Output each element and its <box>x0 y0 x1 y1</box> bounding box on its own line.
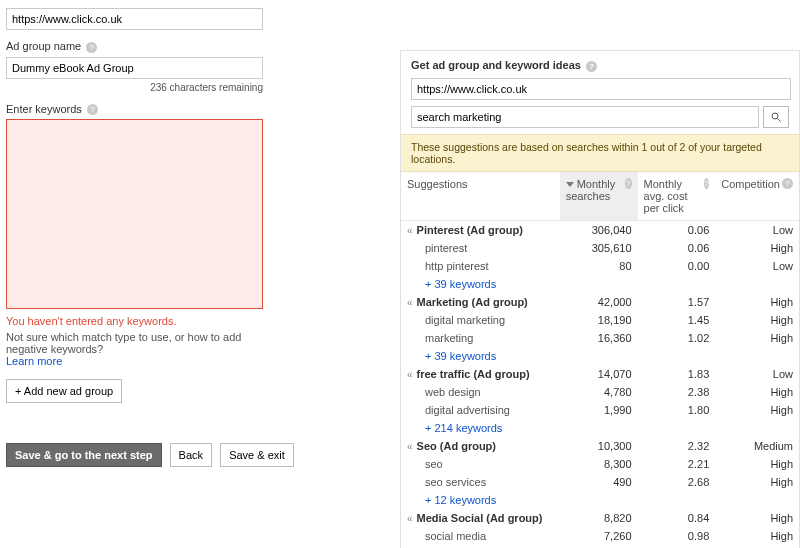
back-button[interactable]: Back <box>170 443 212 467</box>
col-monthly-label: Monthly searches <box>566 178 616 202</box>
keyword-row[interactable]: seo <box>407 458 443 470</box>
monthly-searches-value: 42,000 <box>560 293 638 311</box>
col-cost-per-click[interactable]: Monthly avg. cost per click? <box>638 172 716 221</box>
keyword-row[interactable]: social media <box>407 530 486 542</box>
monthly-searches-value: 80 <box>560 257 638 275</box>
suggestions-table: Suggestions Monthly searches? Monthly av… <box>401 172 799 548</box>
monthly-searches-value: 16,360 <box>560 329 638 347</box>
monthly-searches-value: 10,300 <box>560 437 638 455</box>
panel-title-text: Get ad group and keyword ideas <box>411 59 581 71</box>
col-monthly-searches[interactable]: Monthly searches? <box>560 172 638 221</box>
cpc-value: 2.21 <box>638 455 716 473</box>
competition-value: High <box>715 401 799 419</box>
competition-value: Low <box>715 365 799 383</box>
chevron-left-icon[interactable]: « <box>407 225 413 236</box>
help-icon[interactable]: ? <box>625 178 631 189</box>
competition-value: High <box>715 509 799 527</box>
enter-keywords-label: Enter keywords ? <box>6 103 390 116</box>
monthly-searches-value: 490 <box>560 473 638 491</box>
col-cpc-label: Monthly avg. cost per click <box>644 178 703 214</box>
ad-group-name-input[interactable] <box>6 57 263 79</box>
ad-group-row[interactable]: Seo (Ad group) <box>417 440 496 452</box>
location-notice: These suggestions are based on searches … <box>401 134 799 172</box>
help-icon[interactable]: ? <box>782 178 793 189</box>
chevron-left-icon[interactable]: « <box>407 369 413 380</box>
monthly-searches-value: 305,610 <box>560 239 638 257</box>
more-keywords-link[interactable]: + 12 keywords <box>407 494 496 506</box>
chevron-left-icon[interactable]: « <box>407 513 413 524</box>
cpc-value: 0.84 <box>638 509 716 527</box>
ad-group-row[interactable]: Pinterest (Ad group) <box>417 224 523 236</box>
keyword-row[interactable]: http pinterest <box>407 260 489 272</box>
ad-group-name-label-text: Ad group name <box>6 40 81 52</box>
add-ad-group-button[interactable]: + Add new ad group <box>6 379 122 403</box>
monthly-searches-value: 4,780 <box>560 383 638 401</box>
cpc-value: 1.02 <box>638 329 716 347</box>
keyword-row[interactable]: marketing <box>407 332 473 344</box>
keyword-row[interactable]: web design <box>407 386 481 398</box>
cpc-value: 0.06 <box>638 220 716 239</box>
cpc-value: 2.68 <box>638 473 716 491</box>
search-icon <box>770 111 782 123</box>
learn-more-link[interactable]: Learn more <box>6 355 62 367</box>
competition-value: High <box>715 293 799 311</box>
monthly-searches-value: 306,040 <box>560 220 638 239</box>
panel-url-input[interactable] <box>411 78 791 100</box>
keywords-hint-text: Not sure which match type to use, or how… <box>6 331 266 355</box>
sort-desc-icon <box>566 182 574 187</box>
save-exit-button[interactable]: Save & exit <box>220 443 294 467</box>
col-competition-label: Competition <box>721 178 780 190</box>
ad-group-name-label: Ad group name ? <box>6 40 390 53</box>
cpc-value: 0.98 <box>638 527 716 545</box>
competition-value: High <box>715 455 799 473</box>
keyword-row[interactable]: digital advertising <box>407 404 510 416</box>
panel-search-input[interactable] <box>411 106 759 128</box>
svg-point-0 <box>772 113 778 119</box>
search-button[interactable] <box>763 106 789 128</box>
keywords-textarea[interactable] <box>6 119 263 309</box>
keyword-row[interactable]: seo services <box>407 476 486 488</box>
more-keywords-link[interactable]: + 214 keywords <box>407 422 502 434</box>
competition-value: Low <box>715 220 799 239</box>
monthly-searches-value: 8,300 <box>560 455 638 473</box>
chevron-left-icon[interactable]: « <box>407 297 413 308</box>
keyword-row[interactable]: pinterest <box>407 242 467 254</box>
competition-value: High <box>715 329 799 347</box>
panel-title: Get ad group and keyword ideas ? <box>401 51 799 78</box>
competition-value: High <box>715 383 799 401</box>
competition-value: High <box>715 473 799 491</box>
ad-group-row[interactable]: Marketing (Ad group) <box>417 296 528 308</box>
ad-group-row[interactable]: free traffic (Ad group) <box>417 368 530 380</box>
help-icon[interactable]: ? <box>586 61 597 72</box>
landing-url-input[interactable] <box>6 8 263 30</box>
keywords-error-text: You haven't entered any keywords. <box>6 315 390 327</box>
help-icon[interactable]: ? <box>86 42 97 53</box>
col-competition[interactable]: Competition? <box>715 172 799 221</box>
keyword-ideas-panel: Get ad group and keyword ideas ? These s… <box>400 50 800 548</box>
cpc-value: 1.57 <box>638 293 716 311</box>
help-icon[interactable]: ? <box>87 104 98 115</box>
cpc-value: 2.38 <box>638 383 716 401</box>
competition-value: High <box>715 545 799 548</box>
ad-group-row[interactable]: Media Social (Ad group) <box>417 512 543 524</box>
chevron-left-icon[interactable]: « <box>407 441 413 452</box>
cpc-value: 1.83 <box>638 365 716 383</box>
more-keywords-link[interactable]: + 39 keywords <box>407 278 496 290</box>
more-keywords-link[interactable]: + 39 keywords <box>407 350 496 362</box>
monthly-searches-value: 7,260 <box>560 527 638 545</box>
monthly-searches-value: 14,070 <box>560 365 638 383</box>
monthly-searches-value: 8,820 <box>560 509 638 527</box>
enter-keywords-label-text: Enter keywords <box>6 103 82 115</box>
monthly-searches-value: 1,140 <box>560 545 638 548</box>
competition-value: High <box>715 311 799 329</box>
chars-remaining-text: 236 characters remaining <box>6 82 263 93</box>
help-icon[interactable]: ? <box>704 178 709 189</box>
monthly-searches-value: 18,190 <box>560 311 638 329</box>
save-next-button[interactable]: Save & go to the next step <box>6 443 162 467</box>
cpc-value: 2.32 <box>638 437 716 455</box>
cpc-value: 0.96 <box>638 545 716 548</box>
cpc-value: 0.06 <box>638 239 716 257</box>
cpc-value: 0.00 <box>638 257 716 275</box>
keyword-row[interactable]: digital marketing <box>407 314 505 326</box>
col-suggestions[interactable]: Suggestions <box>401 172 560 221</box>
